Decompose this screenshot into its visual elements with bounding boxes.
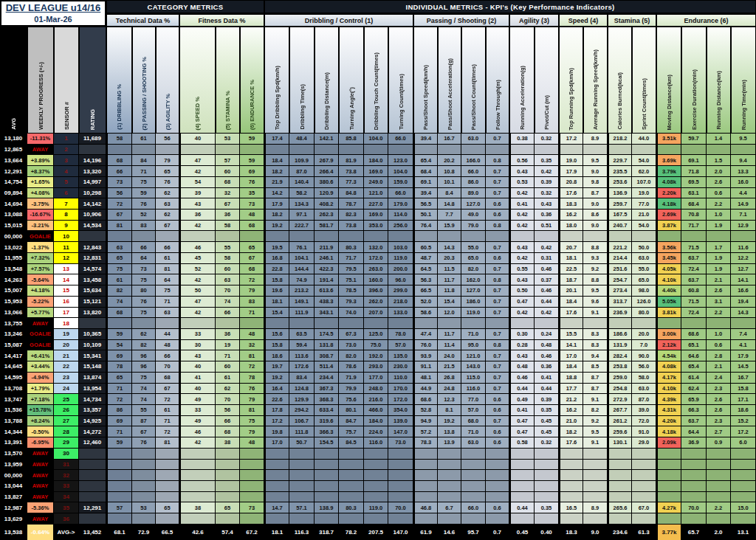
cell-category-pct[interactable]: 61: [106, 274, 132, 285]
cell-kpi[interactable]: [438, 470, 461, 481]
cell-kpi[interactable]: 15.2: [731, 416, 756, 427]
cell-kpi[interactable]: 63.1: [681, 188, 707, 199]
cell-kpi[interactable]: 75.1: [339, 274, 364, 285]
cell-category-pct[interactable]: [132, 449, 156, 460]
cell-sensor-number[interactable]: 21: [54, 350, 79, 361]
cell-kpi[interactable]: 0.8: [486, 274, 509, 285]
cell-kpi[interactable]: 0.46: [535, 285, 559, 297]
cell-kpi[interactable]: 272.9: [608, 394, 632, 405]
cell-weekly-progress[interactable]: AWAY: [27, 470, 54, 481]
cell-moving-distance[interactable]: [656, 318, 681, 329]
cell-kpi[interactable]: 66.0: [461, 502, 486, 513]
cell-category-pct[interactable]: 81: [156, 437, 179, 449]
cell-kpi[interactable]: 70.0: [681, 502, 707, 513]
cell-sensor-number[interactable]: 13: [54, 264, 79, 275]
cell-category-pct[interactable]: 19: [216, 340, 240, 351]
cell-weekly-progress[interactable]: AWAY: [27, 460, 54, 471]
cell-category-pct[interactable]: 40: [179, 384, 216, 395]
cell-kpi[interactable]: 6.7: [438, 502, 461, 513]
cell-kpi[interactable]: 61.9: [413, 525, 438, 540]
cell-moving-distance[interactable]: 4.39k: [656, 394, 681, 405]
cell-kpi[interactable]: 50.1: [413, 210, 438, 221]
cell-kpi[interactable]: [632, 145, 656, 156]
cell-weekly-avg[interactable]: 14,417: [0, 350, 27, 361]
cell-moving-distance[interactable]: [656, 460, 681, 471]
cell-category-pct[interactable]: 79: [156, 155, 179, 166]
cell-sensor-number[interactable]: 23: [54, 373, 79, 384]
cell-category-pct[interactable]: [106, 145, 132, 156]
cell-kpi[interactable]: 14.3: [731, 308, 756, 319]
cell-kpi[interactable]: [583, 460, 608, 471]
cell-kpi[interactable]: 13.8: [438, 426, 461, 437]
cell-kpi[interactable]: [438, 145, 461, 156]
cell-category-pct[interactable]: 44: [156, 329, 179, 340]
cell-kpi[interactable]: 39.4: [413, 188, 438, 199]
cell-kpi[interactable]: 0.7: [486, 361, 509, 373]
cell-kpi[interactable]: [707, 145, 731, 156]
cell-kpi[interactable]: [731, 231, 756, 242]
cell-kpi[interactable]: 68.6: [413, 394, 438, 405]
cell-kpi[interactable]: 54.0: [632, 155, 656, 166]
cell-kpi[interactable]: 9.0: [583, 198, 608, 210]
cell-weekly-progress[interactable]: AWAY: [27, 492, 54, 503]
cell-kpi[interactable]: 0.6: [707, 340, 731, 351]
cell-kpi[interactable]: 125.0: [364, 329, 388, 340]
cell-rating[interactable]: 15,148: [79, 361, 106, 373]
cell-kpi[interactable]: 70.8: [681, 210, 707, 221]
cell-category-pct[interactable]: 45: [179, 253, 216, 264]
cell-kpi[interactable]: 1.9: [707, 264, 731, 275]
cell-kpi[interactable]: [559, 449, 583, 460]
cell-kpi[interactable]: [486, 318, 509, 329]
cell-kpi[interactable]: 8.2: [583, 405, 608, 416]
cell-kpi[interactable]: 120.9: [315, 188, 339, 199]
cell-kpi[interactable]: 1.9: [707, 253, 731, 264]
cell-category-pct[interactable]: 73: [240, 198, 264, 210]
cell-kpi[interactable]: 8.7: [583, 384, 608, 395]
cell-category-pct[interactable]: 30: [179, 340, 216, 351]
cell-kpi[interactable]: [632, 460, 656, 471]
cell-sensor-number[interactable]: 6: [54, 188, 79, 199]
cell-kpi[interactable]: 29.0: [632, 437, 656, 449]
cell-kpi[interactable]: 58.0: [632, 373, 656, 384]
cell-kpi[interactable]: 0.8: [486, 155, 509, 166]
cell-moving-distance[interactable]: 3.51k: [656, 134, 681, 145]
cell-kpi[interactable]: 36.9: [681, 437, 707, 449]
cell-kpi[interactable]: [315, 492, 339, 503]
cell-kpi[interactable]: 249.0: [364, 177, 388, 188]
cell-weekly-progress[interactable]: -5.22%: [27, 297, 54, 308]
cell-moving-distance[interactable]: 3.56k: [656, 242, 681, 253]
cell-kpi[interactable]: 216.0: [364, 394, 388, 405]
cell-kpi[interactable]: 114.0: [388, 210, 413, 221]
cell-moving-distance[interactable]: 3.81k: [656, 308, 681, 319]
cell-kpi[interactable]: [731, 492, 756, 503]
cell-kpi[interactable]: 9.0: [583, 166, 608, 177]
cell-kpi[interactable]: [681, 481, 707, 492]
cell-category-pct[interactable]: [179, 513, 216, 525]
cell-kpi[interactable]: 1.5: [707, 155, 731, 166]
cell-kpi[interactable]: 0.46: [535, 264, 559, 275]
cell-category-pct[interactable]: 54: [106, 340, 132, 351]
cell-kpi[interactable]: 19.6: [264, 285, 289, 297]
cell-kpi[interactable]: 0.40: [535, 525, 559, 540]
cell-kpi[interactable]: [289, 481, 315, 492]
cell-kpi[interactable]: 214.4: [608, 253, 632, 264]
cell-sensor-number[interactable]: 15: [54, 285, 79, 297]
cell-kpi[interactable]: 20.8: [559, 177, 583, 188]
cell-moving-distance[interactable]: 3.77k: [656, 525, 681, 540]
cell-category-pct[interactable]: 71: [132, 166, 156, 177]
cell-kpi[interactable]: 0.51: [535, 221, 559, 232]
cell-kpi[interactable]: 77.0: [632, 198, 656, 210]
cell-kpi[interactable]: 16.4: [264, 384, 289, 395]
cell-sensor-number[interactable]: 33: [54, 481, 79, 492]
cell-kpi[interactable]: [681, 449, 707, 460]
cell-kpi[interactable]: 149.1: [289, 297, 315, 308]
cell-kpi[interactable]: 191.4: [315, 274, 339, 285]
cell-kpi[interactable]: 0.48: [509, 361, 535, 373]
cell-kpi[interactable]: 48.4: [289, 134, 315, 145]
cell-kpi[interactable]: 0.7: [486, 134, 509, 145]
cell-kpi[interactable]: 16.5: [559, 502, 583, 513]
cell-kpi[interactable]: 0.8: [486, 340, 509, 351]
cell-kpi[interactable]: [509, 470, 535, 481]
cell-kpi[interactable]: 71.7: [681, 221, 707, 232]
cell-kpi[interactable]: 13.9: [438, 437, 461, 449]
